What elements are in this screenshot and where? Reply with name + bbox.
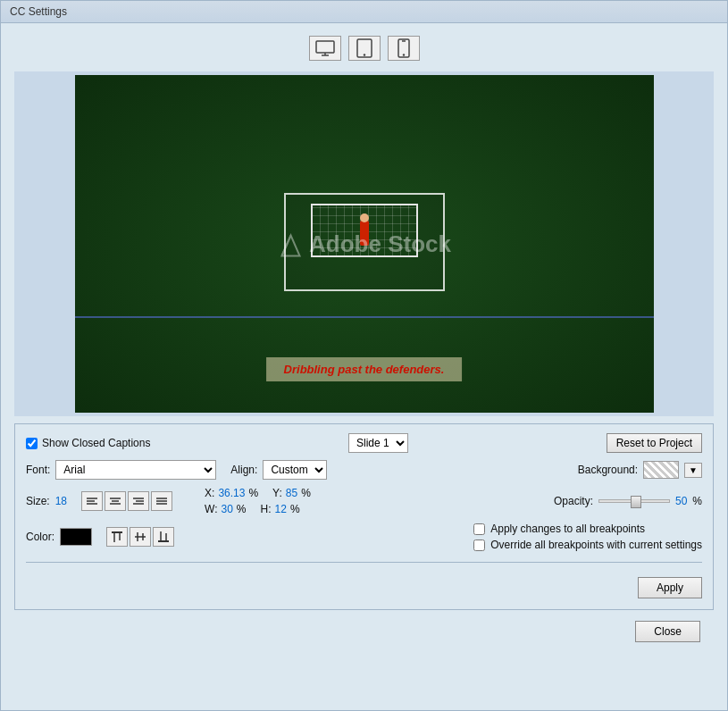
opacity-label: Opacity: <box>554 495 593 507</box>
h-percent: % <box>290 503 300 515</box>
controls-row-1: Show Closed Captions Slide 1 Reset to Pr… <box>26 433 702 453</box>
x-percent: % <box>248 487 258 499</box>
size-label: Size: <box>26 495 50 507</box>
justify-button[interactable] <box>151 491 172 511</box>
y-value[interactable]: 85 <box>286 487 297 499</box>
svg-rect-28 <box>158 540 169 542</box>
phone-icon-button[interactable] <box>388 36 420 61</box>
y-percent: % <box>301 487 311 499</box>
override-breakpoints-label: Override all breakpoints with current se… <box>490 539 702 551</box>
checkbox-row-2: Override all breakpoints with current se… <box>473 539 702 551</box>
size-row: Size: 18 <box>26 495 67 507</box>
x-value[interactable]: 36.13 <box>218 487 245 499</box>
desktop-icon-button[interactable] <box>309 36 341 61</box>
x-coord: X: 36.13 % <box>205 487 258 499</box>
font-row: Font: Arial Times New Roman Helvetica <box>26 460 216 480</box>
apply-button[interactable]: Apply <box>638 577 702 598</box>
opacity-row: Opacity: 50 % <box>554 495 702 507</box>
background-dropdown-button[interactable]: ▼ <box>684 463 702 478</box>
align-right-button[interactable] <box>128 491 149 511</box>
svg-point-6 <box>402 54 404 55</box>
player-figure <box>360 221 369 246</box>
apply-all-breakpoints-checkbox[interactable] <box>473 523 485 535</box>
font-label: Font: <box>26 464 50 476</box>
background-swatch[interactable] <box>643 461 679 479</box>
caption-text: Dribbling past the defenders. <box>284 363 445 376</box>
checkboxes-section: Apply changes to all breakpoints Overrid… <box>473 523 702 551</box>
valign-bottom-button[interactable] <box>153 527 174 547</box>
coord-row-wh: W: 30 % H: 12 % <box>205 503 311 515</box>
field-line <box>75 316 654 318</box>
w-label: W: <box>205 503 217 515</box>
video-container: Adobe Stock Dribbling past the defenders… <box>14 71 714 416</box>
button-row: Apply <box>26 573 702 600</box>
show-cc-label: Show Closed Captions <box>26 437 150 449</box>
y-label: Y: <box>272 487 282 499</box>
w-percent: % <box>237 503 247 515</box>
h-label: H: <box>261 503 272 515</box>
valign-top-button[interactable] <box>106 527 128 547</box>
controls-row-4: Color: Apply <box>26 523 702 551</box>
checkbox-row-1: Apply changes to all breakpoints <box>473 523 702 535</box>
show-cc-checkbox[interactable] <box>26 438 38 449</box>
opacity-slider-track <box>598 499 670 503</box>
device-icons-row <box>14 32 714 64</box>
show-cc-text: Show Closed Captions <box>42 437 150 449</box>
color-row: Color: <box>26 528 92 546</box>
controls-panel: Show Closed Captions Slide 1 Reset to Pr… <box>14 423 714 610</box>
color-label: Color: <box>26 531 54 543</box>
y-coord: Y: 85 % <box>272 487 311 499</box>
background-label: Background: <box>578 464 638 476</box>
divider <box>26 562 702 563</box>
valign-middle-button[interactable] <box>130 527 151 547</box>
align-label: Align: <box>230 464 257 476</box>
coordinates-section: X: 36.13 % Y: 85 % W: 30 <box>205 487 311 515</box>
slide-select[interactable]: Slide 1 <box>348 433 408 453</box>
reset-to-project-button[interactable]: Reset to Project <box>607 433 702 453</box>
controls-row-2: Font: Arial Times New Roman Helvetica Al… <box>26 460 702 480</box>
window-title: CC Settings <box>10 5 67 18</box>
align-select[interactable]: Custom Left Center Right <box>263 460 327 480</box>
svg-rect-22 <box>112 531 122 533</box>
align-left-button[interactable] <box>81 491 103 511</box>
tablet-icon-button[interactable] <box>348 36 381 61</box>
opacity-value[interactable]: 50 <box>675 495 687 507</box>
content-area: Adobe Stock Dribbling past the defenders… <box>1 23 727 710</box>
caption-bar: Dribbling past the defenders. <box>266 357 463 381</box>
opacity-unit: % <box>692 495 702 507</box>
align-row: Align: Custom Left Center Right <box>230 460 327 480</box>
svg-point-4 <box>363 54 364 55</box>
color-swatch[interactable] <box>60 528 92 546</box>
size-value[interactable]: 18 <box>55 495 67 507</box>
h-coord: H: 12 % <box>261 503 300 515</box>
coord-row-xy: X: 36.13 % Y: 85 % <box>205 487 311 499</box>
svg-rect-0 <box>316 41 334 53</box>
opacity-slider-thumb[interactable] <box>631 496 641 508</box>
h-value[interactable]: 12 <box>275 503 287 515</box>
bottom-button-row: Close <box>14 617 714 649</box>
apply-all-breakpoints-label: Apply changes to all breakpoints <box>490 523 645 535</box>
w-value[interactable]: 30 <box>222 503 233 515</box>
x-label: X: <box>205 487 214 499</box>
text-align-buttons <box>81 491 172 511</box>
font-select[interactable]: Arial Times New Roman Helvetica <box>55 460 216 480</box>
vertical-align-buttons <box>106 527 174 547</box>
background-row: Background: ▼ <box>578 461 702 479</box>
cc-settings-window: CC Settings <box>0 0 728 711</box>
w-coord: W: 30 % <box>205 503 246 515</box>
override-breakpoints-checkbox[interactable] <box>473 540 485 551</box>
slide-selector: Slide 1 <box>348 433 408 453</box>
title-bar: CC Settings <box>1 1 727 23</box>
controls-row-3: Size: 18 <box>26 487 702 515</box>
close-button[interactable]: Close <box>635 621 700 642</box>
align-center-button[interactable] <box>105 491 126 511</box>
video-frame: Adobe Stock Dribbling past the defenders… <box>75 75 654 413</box>
